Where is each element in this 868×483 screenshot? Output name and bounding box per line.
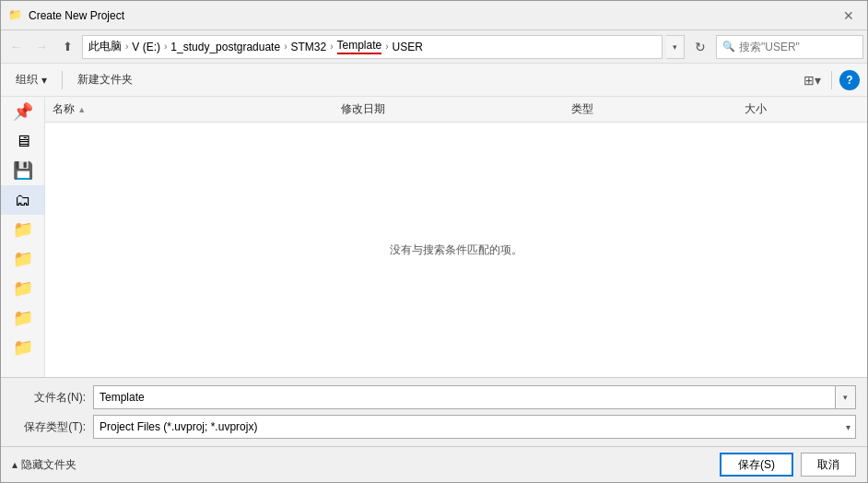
sidebar-icon-0: 📌 — [13, 101, 33, 122]
col-type-label: 类型 — [571, 102, 593, 115]
path-segment-1: V (E:) — [132, 41, 160, 53]
toolbar: 组织 ▾ 新建文件夹 ⊞ ▾ ? — [1, 64, 867, 97]
save-button[interactable]: 保存(S) — [720, 453, 793, 477]
path-segment-0: 此电脑 — [88, 39, 122, 54]
main-area: 📌 🖥 💾 🗂 📁 📁 📁 📁 — [1, 97, 867, 377]
sidebar-item-6[interactable]: 📁 — [1, 274, 44, 303]
sidebar-item-0[interactable]: 📌 — [1, 97, 44, 126]
toolbar-right: ⊞ ▾ ? — [800, 68, 860, 92]
new-folder-button[interactable]: 新建文件夹 — [70, 68, 140, 92]
sidebar-item-5[interactable]: 📁 — [1, 244, 44, 274]
col-header-type[interactable]: 类型 — [571, 101, 745, 117]
sidebar-item-4[interactable]: 📁 — [1, 215, 44, 244]
filetype-select-wrap: Project Files (*.uvproj; *.uvprojx) — [93, 415, 856, 439]
sidebar: 📌 🖥 💾 🗂 📁 📁 📁 📁 — [1, 97, 45, 377]
window-icon: 📁 — [8, 8, 23, 23]
col-header-size[interactable]: 大小 — [745, 101, 860, 117]
file-rows: 没有与搜索条件匹配的项。 — [45, 123, 867, 377]
path-segment-4: Template — [337, 39, 382, 54]
toolbar-separator — [62, 71, 63, 89]
save-label: 保存(S) — [738, 457, 775, 473]
close-button[interactable]: ✕ — [838, 6, 860, 25]
address-dropdown-button[interactable]: ▾ — [666, 35, 685, 59]
filename-row: 文件名(N): ▾ — [12, 385, 856, 409]
new-folder-label: 新建文件夹 — [77, 72, 133, 88]
sidebar-icon-7: 📁 — [13, 308, 33, 328]
sidebar-icon-4: 📁 — [13, 219, 33, 240]
search-icon: 🔍 — [722, 41, 735, 53]
up-icon: ⬆ — [63, 40, 73, 53]
sidebar-icon-8: 📁 — [13, 337, 33, 358]
action-right: 保存(S) 取消 — [720, 453, 856, 477]
empty-message: 没有与搜索条件匹配的项。 — [390, 242, 522, 258]
organize-button[interactable]: 组织 ▾ — [8, 68, 54, 92]
sidebar-icon-2: 💾 — [13, 160, 33, 181]
filename-input[interactable] — [93, 385, 836, 409]
path-segment-5: USER — [393, 41, 423, 53]
title-bar-left: 📁 Create New Project — [8, 8, 124, 23]
cancel-button[interactable]: 取消 — [801, 453, 856, 477]
col-name-label: 名称 — [53, 102, 75, 115]
refresh-button[interactable]: ↻ — [688, 35, 712, 59]
sidebar-item-8[interactable]: 📁 — [1, 333, 44, 362]
col-size-label: 大小 — [745, 102, 767, 115]
sidebar-item-1[interactable]: 🖥 — [1, 126, 44, 156]
sidebar-icon-5: 📁 — [13, 249, 33, 269]
view-icon: ⊞ — [803, 73, 815, 88]
col-header-name[interactable]: 名称 ▲ — [53, 101, 341, 117]
cancel-label: 取消 — [817, 457, 839, 473]
col-header-date[interactable]: 修改日期 — [341, 101, 571, 117]
action-left: ▴ 隐藏文件夹 — [12, 457, 76, 473]
col-date-label: 修改日期 — [341, 102, 385, 115]
hide-files-arrow-icon: ▴ — [12, 458, 18, 471]
view-arrow: ▾ — [815, 73, 821, 88]
organize-arrow: ▾ — [41, 74, 47, 87]
search-input[interactable] — [739, 41, 868, 53]
path-segment-3: STM32 — [290, 41, 326, 53]
file-list: 名称 ▲ 修改日期 类型 大小 没有与搜索条件匹配的项。 — [45, 97, 867, 377]
column-headers: 名称 ▲ 修改日期 类型 大小 — [45, 97, 867, 123]
action-row: ▴ 隐藏文件夹 保存(S) 取消 — [1, 446, 867, 482]
sidebar-icon-1: 🖥 — [15, 132, 31, 151]
search-box: 🔍 — [716, 35, 863, 59]
filetype-select[interactable]: Project Files (*.uvproj; *.uvprojx) — [93, 415, 856, 439]
dialog-window: 📁 Create New Project ✕ ← → ⬆ 此电脑 › V (E:… — [0, 0, 868, 483]
hide-files-label: 隐藏文件夹 — [21, 457, 76, 473]
filename-dropdown-button[interactable]: ▾ — [836, 385, 856, 409]
sidebar-icon-6: 📁 — [13, 278, 33, 299]
title-bar: 📁 Create New Project ✕ — [1, 1, 867, 30]
filename-label: 文件名(N): — [12, 390, 86, 406]
filename-input-wrap: ▾ — [93, 385, 856, 409]
toolbar-separator-2 — [831, 71, 832, 89]
filetype-row: 保存类型(T): Project Files (*.uvproj; *.uvpr… — [12, 415, 856, 439]
back-button[interactable]: ← — [5, 36, 27, 58]
view-button[interactable]: ⊞ ▾ — [800, 68, 824, 92]
organize-label: 组织 — [16, 72, 38, 88]
help-button[interactable]: ? — [839, 70, 860, 90]
sidebar-icon-3: 🗂 — [15, 191, 31, 210]
window-title: Create New Project — [29, 9, 124, 22]
sidebar-item-2[interactable]: 💾 — [1, 156, 44, 185]
sidebar-item-7[interactable]: 📁 — [1, 303, 44, 333]
hide-files-button[interactable]: ▴ 隐藏文件夹 — [12, 457, 76, 473]
path-segment-2: 1_study_postgraduate — [170, 41, 280, 53]
forward-button[interactable]: → — [30, 36, 53, 58]
sidebar-item-3[interactable]: 🗂 — [1, 185, 44, 215]
sort-arrow-name: ▲ — [77, 105, 86, 114]
address-path[interactable]: 此电脑 › V (E:) › 1_study_postgraduate › ST… — [82, 35, 663, 59]
filetype-label: 保存类型(T): — [12, 419, 86, 435]
address-bar: ← → ⬆ 此电脑 › V (E:) › 1_study_postgraduat… — [1, 30, 867, 64]
up-button[interactable]: ⬆ — [56, 36, 78, 58]
bottom-area: 文件名(N): ▾ 保存类型(T): Project Files (*.uvpr… — [1, 377, 867, 446]
